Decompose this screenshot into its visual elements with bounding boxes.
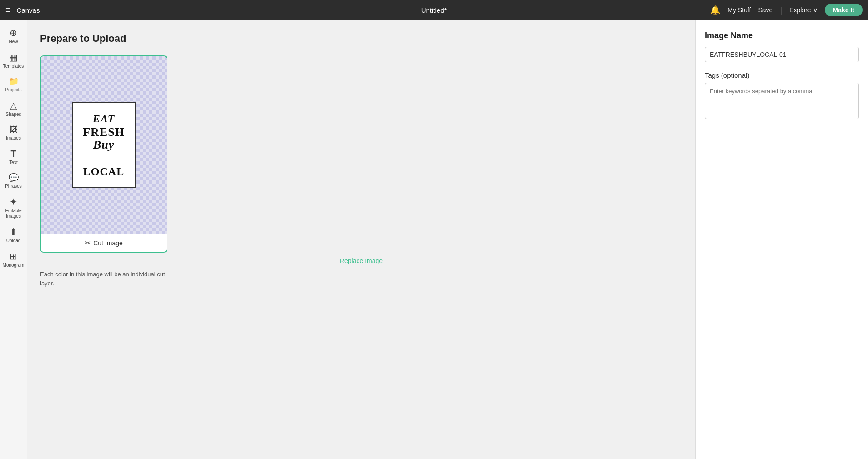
my-stuff-button[interactable]: My Stuff — [727, 6, 751, 14]
bell-icon[interactable]: 🔔 — [710, 5, 720, 15]
right-panel: Image Name Tags (optional) — [695, 20, 868, 459]
image-name-section-title: Image Name — [705, 31, 859, 40]
save-button[interactable]: Save — [758, 6, 772, 14]
description-text: Each color in this image will be an indi… — [40, 270, 167, 288]
page-title: Prepare to Upload — [40, 33, 682, 45]
projects-icon: 📁 — [9, 77, 19, 85]
cut-image-bar[interactable]: ✂ Cut Image — [41, 234, 167, 252]
sidebar-label-templates: Templates — [3, 64, 24, 69]
sidebar-item-editable-images[interactable]: ✦ Editable Images — [1, 194, 26, 223]
sidebar-label-phrases: Phrases — [5, 184, 22, 189]
checkerboard-bg: Eat FRESH Buy LOCAL — [41, 56, 167, 234]
main-content: Prepare to Upload Eat FRESH Buy LOCAL ✂ … — [27, 20, 695, 459]
sidebar-item-shapes[interactable]: △ Shapes — [1, 97, 26, 121]
make-it-button[interactable]: Make It — [825, 4, 863, 16]
menu-icon[interactable]: ≡ — [5, 5, 10, 15]
sidebar-label-monogram: Monogram — [3, 263, 25, 268]
explore-button[interactable]: Explore ∨ — [789, 6, 817, 14]
sidebar-label-new: New — [9, 39, 18, 45]
design-image: Eat FRESH Buy LOCAL — [72, 102, 136, 188]
image-card: Eat FRESH Buy LOCAL ✂ Cut Image — [40, 55, 167, 253]
shapes-icon: △ — [10, 101, 17, 110]
sidebar-label-projects: Projects — [5, 87, 21, 93]
image-preview: Eat FRESH Buy LOCAL — [41, 56, 167, 234]
sidebar-label-images: Images — [6, 135, 21, 141]
text-icon: T — [10, 149, 16, 158]
sidebar-item-upload[interactable]: ⬆ Upload — [1, 224, 26, 247]
upload-icon: ⬆ — [10, 227, 17, 236]
new-icon: ⊕ — [10, 28, 17, 37]
image-name-input[interactable] — [705, 47, 859, 62]
editable-images-icon: ✦ — [10, 197, 17, 206]
replace-image-link[interactable]: Replace Image — [40, 257, 682, 264]
scissors-icon: ✂ — [85, 239, 91, 247]
phrases-icon: 💬 — [9, 174, 19, 182]
document-title: Untitled* — [421, 6, 447, 14]
sidebar-item-phrases[interactable]: 💬 Phrases — [1, 170, 26, 193]
sidebar-item-templates[interactable]: ▦ Templates — [1, 49, 26, 73]
sidebar-item-monogram[interactable]: ⊞ Monogram — [1, 248, 26, 272]
sidebar: ⊕ New ▦ Templates 📁 Projects △ Shapes 🖼 … — [0, 20, 27, 459]
sidebar-label-text: Text — [9, 160, 17, 165]
sidebar-label-editable-images: Editable Images — [3, 208, 25, 219]
cut-image-label: Cut Image — [93, 239, 123, 247]
tags-textarea[interactable] — [705, 83, 859, 119]
sidebar-item-new[interactable]: ⊕ New — [1, 25, 26, 48]
templates-icon: ▦ — [9, 53, 18, 62]
topbar: ≡ Canvas Untitled* 🔔 My Stuff Save | Exp… — [0, 0, 868, 20]
monogram-icon: ⊞ — [10, 252, 17, 261]
sidebar-item-images[interactable]: 🖼 Images — [1, 122, 26, 145]
canvas-label: Canvas — [17, 6, 40, 14]
chevron-down-icon: ∨ — [813, 6, 818, 14]
divider: | — [780, 5, 782, 15]
sidebar-item-projects[interactable]: 📁 Projects — [1, 74, 26, 96]
images-icon: 🖼 — [10, 125, 18, 134]
tags-label: Tags (optional) — [705, 71, 859, 79]
sidebar-item-text[interactable]: T Text — [1, 145, 26, 169]
design-text: Eat FRESH Buy LOCAL — [83, 112, 125, 178]
topbar-right: 🔔 My Stuff Save | Explore ∨ Make It — [710, 4, 863, 16]
sidebar-label-upload: Upload — [6, 238, 21, 244]
sidebar-label-shapes: Shapes — [6, 112, 21, 117]
